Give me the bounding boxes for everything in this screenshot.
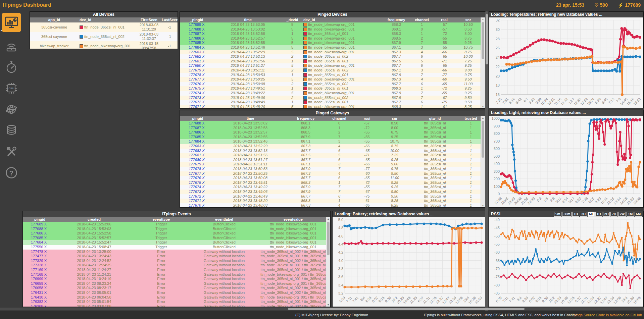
column-header-channel[interactable]: channel	[324, 116, 354, 121]
column-header-created[interactable]: created	[55, 217, 134, 222]
pingid-link[interactable]: 177687 X	[189, 126, 204, 130]
scroll-up-icon[interactable]: ▲	[481, 116, 485, 120]
pingid-link[interactable]: 176431 X	[31, 290, 47, 295]
scrollbar-thumb[interactable]	[327, 222, 330, 255]
pingid-link[interactable]: 177686 X	[189, 36, 204, 40]
column-header-rssi[interactable]: rssi	[354, 116, 380, 121]
pingid-link[interactable]: 177676 X	[189, 82, 204, 86]
scroll-down-icon[interactable]: ▼	[481, 105, 485, 108]
pingid-link[interactable]: 177677 X	[189, 77, 204, 81]
pingid-link[interactable]: 177478 X	[31, 250, 47, 254]
pingid-link[interactable]: 176658 X	[31, 286, 47, 290]
pingid-link[interactable]: 177328 X	[31, 263, 47, 267]
pingid-link[interactable]: 177675 X	[189, 180, 204, 184]
scroll-up-icon[interactable]: ▲	[481, 17, 485, 21]
column-header-eventlabel[interactable]: eventlabel	[189, 217, 259, 222]
pingid-link[interactable]: 177684 X	[189, 45, 204, 49]
range-button-6H[interactable]: 6H	[588, 212, 595, 217]
pingid-link[interactable]: 177689 X	[31, 222, 47, 226]
sidebar-item-database[interactable]	[4, 123, 19, 138]
range-button-1M[interactable]: 1M	[627, 212, 634, 217]
column-header-channel[interactable]: channel	[410, 17, 434, 22]
pingid-link[interactable]: 177168 X	[31, 272, 47, 276]
pingid-link[interactable]: 177679 X	[189, 68, 204, 72]
sidebar-item-tools[interactable]	[4, 144, 19, 159]
range-button-1H[interactable]: 1H	[572, 212, 579, 217]
pingid-link[interactable]: 177684 X	[31, 240, 47, 244]
range-button-2W[interactable]: 2W	[618, 212, 626, 217]
range-button-1D[interactable]: 1D	[595, 212, 602, 217]
pingid-link[interactable]: 177671 X	[189, 105, 204, 108]
sidebar-item-world[interactable]	[4, 102, 19, 117]
column-header-_pingid[interactable]: _pingid	[180, 17, 213, 22]
range-button-2D[interactable]: 2D	[603, 212, 610, 217]
scrollbar-thumb[interactable]	[288, 308, 525, 310]
pingid-link[interactable]: 177688 X	[189, 121, 204, 125]
pingid-link[interactable]: 177683 X	[189, 50, 204, 54]
page-horizontal-scrollbar[interactable]	[0, 308, 644, 310]
pingid-link[interactable]: 177685 X	[189, 41, 204, 45]
scrollbar-thumb[interactable]	[486, 14, 488, 64]
pingid-link[interactable]: 177680 X	[189, 158, 204, 162]
pingid-link[interactable]: 177681 X	[189, 153, 204, 157]
scroll-down-icon[interactable]: ▼	[481, 204, 485, 207]
scrollbar-thumb[interactable]	[482, 22, 484, 59]
pingid-link[interactable]: 176382 X	[31, 300, 47, 304]
pingid-link[interactable]: 177672 X	[189, 100, 204, 104]
pingid-link[interactable]: 177687 X	[189, 32, 204, 36]
sidebar-item-help[interactable]: ?	[4, 165, 19, 180]
column-header-_pingid[interactable]: _pingid	[180, 116, 213, 121]
column-header-dev_id[interactable]: dev_id	[79, 17, 137, 22]
column-header-gtw_id[interactable]: gtw_id	[410, 116, 460, 121]
range-button-30m[interactable]: 30m	[562, 212, 572, 217]
pingid-link[interactable]: 177556 X	[31, 245, 47, 249]
column-header-_pingid[interactable]: _pingid	[23, 217, 55, 222]
column-header-LastSeen[interactable]: LastSeen	[161, 17, 178, 22]
sidebar-item-cpu[interactable]: CPU	[4, 81, 19, 96]
page-vertical-scrollbar[interactable]	[485, 11, 488, 317]
pingid-link[interactable]: 177477 X	[31, 254, 47, 258]
range-button-6M[interactable]: 6M	[635, 212, 642, 217]
range-button-2H[interactable]: 2H	[580, 212, 587, 217]
column-header-_devid[interactable]: _devid	[282, 17, 302, 22]
pingid-link[interactable]: 177683 X	[189, 144, 204, 148]
pingid-link[interactable]: 177682 X	[189, 149, 204, 153]
range-button-5m[interactable]: 5m	[554, 212, 561, 217]
pingid-link[interactable]: 177671 X	[189, 199, 204, 203]
column-header-snr[interactable]: snr	[380, 116, 410, 121]
pingid-link[interactable]: 177673 X	[189, 190, 204, 194]
column-header-frequency[interactable]: frequency	[287, 116, 324, 121]
pingid-link[interactable]: 177675 X	[189, 86, 204, 90]
column-header-snr[interactable]: snr	[455, 17, 481, 22]
pingid-link[interactable]: 177676 X	[189, 176, 204, 180]
pingid-link[interactable]: 177681 X	[189, 59, 204, 63]
column-header-dev_id[interactable]: dev_id	[302, 17, 383, 22]
pingid-link[interactable]: 177688 X	[31, 227, 47, 231]
pingid-link[interactable]: 177673 X	[189, 96, 204, 100]
column-header-eventtype[interactable]: eventtype	[134, 217, 189, 222]
pingid-link[interactable]: 177685 X	[31, 236, 47, 240]
pingid-link[interactable]: 177680 X	[189, 63, 204, 67]
github-source-link[interactable]: ITpings Source Code is available on GitH…	[571, 313, 642, 317]
pingid-link[interactable]: 177678 X	[189, 73, 204, 77]
pingid-link[interactable]: 176999 X	[31, 277, 47, 281]
column-header-rssi[interactable]: rssi	[434, 17, 455, 22]
pingid-link[interactable]: 177169 X	[31, 268, 47, 272]
pingid-link[interactable]: 177685 X	[189, 135, 204, 139]
pingid-link[interactable]: 177682 X	[189, 54, 204, 58]
column-header-time[interactable]: time	[213, 17, 282, 22]
pingid-link[interactable]: 176430 X	[31, 295, 47, 299]
pingid-link[interactable]: 177677 X	[189, 171, 204, 175]
vertical-scrollbar[interactable]: ▲ ▼	[326, 217, 330, 307]
pingid-link[interactable]: 177674 X	[189, 185, 204, 189]
column-header-FirstSeen[interactable]: FirstSeen	[137, 17, 161, 22]
column-header-trusted[interactable]: trusted	[460, 116, 481, 121]
range-button-7D[interactable]: 7D	[610, 212, 617, 217]
pingid-link[interactable]: 177686 X	[31, 231, 47, 235]
column-header-frequency[interactable]: frequency	[383, 17, 410, 22]
pingid-link[interactable]: 177686 X	[189, 130, 204, 134]
scroll-up-icon[interactable]: ▲	[326, 217, 330, 221]
sidebar-item-dashboard[interactable]	[2, 13, 21, 32]
pingid-link[interactable]: 177674 X	[189, 91, 204, 95]
sidebar-item-network[interactable]	[4, 39, 19, 53]
